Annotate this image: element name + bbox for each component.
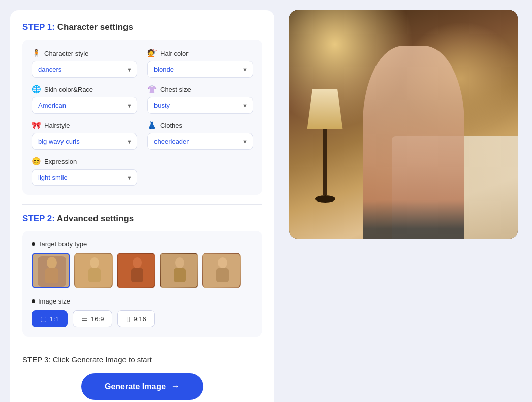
chest-size-select[interactable]: busty slim athletic [147,97,253,114]
body-type-thumb-1[interactable] [32,253,70,288]
svg-point-8 [133,257,142,269]
clothes-icon: 👗 [147,121,157,130]
svg-point-5 [90,257,99,269]
bullet-dot-size [32,299,35,303]
image-size-label: Image size [32,297,253,305]
divider-1 [22,204,262,205]
skin-color-label: 🌐 Skin color&Race [32,85,137,94]
clothes-select[interactable]: cheerleader casual formal [147,133,253,150]
arrow-right-icon: → [171,381,180,392]
hair-color-group: 💇 Hair color blonde brunette black ▼ [147,49,253,78]
size-btn-16-9[interactable]: ▭ 16:9 [73,310,112,327]
svg-rect-12 [174,268,186,282]
chest-size-label: 👚 Chest size [147,85,253,94]
preview-image [289,10,518,239]
step3-label: STEP 3: [22,355,51,364]
hair-color-icon: 💇 [147,49,157,58]
step3-text: Click Generate Image to start [53,355,152,364]
size-1-1-label: 1:1 [50,315,59,323]
body-type-thumb-2[interactable] [74,253,113,288]
step1-title: STEP 1: Character settings [22,22,262,32]
chest-size-select-wrapper: busty slim athletic ▼ [147,97,253,114]
step1-text: Character settings [57,22,133,32]
body-type-thumb-4[interactable] [160,253,198,288]
divider-2 [22,346,262,346]
hairstyle-label: 🎀 Hairstyle [32,121,137,130]
expression-select[interactable]: light smile serious laughing [32,169,137,186]
step1-label: STEP 1: [22,22,55,32]
bullet-dot-body [32,242,35,246]
left-panel: STEP 1: Character settings 🧍 Character s… [10,10,274,402]
right-panel [285,10,522,239]
size-btn-1-1[interactable]: ▢ 1:1 [32,310,68,327]
skin-color-select-wrapper: American Asian European ▼ [32,97,137,114]
expression-group: 😊 Expression light smile serious laughin… [32,157,137,186]
image-size-row: ▢ 1:1 ▭ 16:9 ▯ 9:16 [32,310,253,327]
step2-label: STEP 2: [22,214,55,223]
generate-button[interactable]: Generate Image → [81,373,203,400]
step3-section: STEP 3: Click Generate Image to start Ge… [22,355,262,400]
expression-select-wrapper: light smile serious laughing ▼ [32,169,137,186]
lamp-decoration [307,89,343,216]
step2-title: STEP 2: Advanced settings [22,214,262,224]
character-settings-box: 🧍 Character style dancers model athlete … [22,40,262,195]
chest-size-icon: 👚 [147,85,157,94]
square-icon: ▢ [40,315,47,323]
lamp-shade [307,89,343,129]
hairstyle-icon: 🎀 [32,121,41,130]
hairstyle-group: 🎀 Hairstyle big wavy curls straight pony… [32,121,137,150]
skin-color-select[interactable]: American Asian European [32,97,137,114]
body-type-label: Target body type [32,240,253,248]
hair-color-label: 💇 Hair color [147,49,253,58]
character-style-label: 🧍 Character style [32,49,137,58]
character-style-select-wrapper: dancers model athlete ▼ [32,61,137,78]
chest-size-group: 👚 Chest size busty slim athletic ▼ [147,85,253,114]
expression-label: 😊 Expression [32,157,137,166]
hairstyle-select[interactable]: big wavy curls straight ponytail [32,133,137,150]
size-btn-9-16[interactable]: ▯ 9:16 [117,310,154,327]
body-type-grid [32,253,253,288]
svg-point-14 [218,257,227,269]
generated-image [289,10,518,239]
step2-text: Advanced settings [57,214,134,223]
hairstyle-select-wrapper: big wavy curls straight ponytail ▼ [32,133,137,150]
skin-color-group: 🌐 Skin color&Race American Asian Europea… [32,85,137,114]
svg-point-2 [47,257,57,269]
size-9-16-label: 9:16 [133,315,146,323]
svg-rect-9 [131,268,143,282]
body-type-thumb-3[interactable] [117,253,155,288]
skin-color-icon: 🌐 [32,85,41,94]
portrait-icon: ▯ [126,315,130,323]
fields-grid: 🧍 Character style dancers model athlete … [32,49,253,186]
hair-color-select[interactable]: blonde brunette black [147,61,253,78]
step3-instruction: STEP 3: Click Generate Image to start [22,355,262,364]
figure-silhouette [363,46,464,239]
landscape-icon: ▭ [81,315,88,323]
svg-rect-6 [88,268,101,282]
expression-icon: 😊 [32,157,41,166]
clothes-select-wrapper: cheerleader casual formal ▼ [147,133,253,150]
svg-point-11 [175,257,184,269]
hair-color-select-wrapper: blonde brunette black ▼ [147,61,253,78]
lamp-pole [323,129,327,195]
svg-rect-15 [216,268,229,282]
step2-box: Target body type [22,231,262,337]
svg-rect-3 [45,268,58,283]
size-16-9-label: 16:9 [91,315,104,323]
clothes-label: 👗 Clothes [147,121,253,130]
character-style-icon: 🧍 [32,49,41,58]
clothes-group: 👗 Clothes cheerleader casual formal ▼ [147,121,253,150]
character-style-group: 🧍 Character style dancers model athlete … [32,49,137,78]
body-type-thumb-5[interactable] [202,253,241,288]
generate-button-label: Generate Image [105,382,166,391]
character-style-select[interactable]: dancers model athlete [32,61,137,78]
lamp-base [315,195,335,203]
